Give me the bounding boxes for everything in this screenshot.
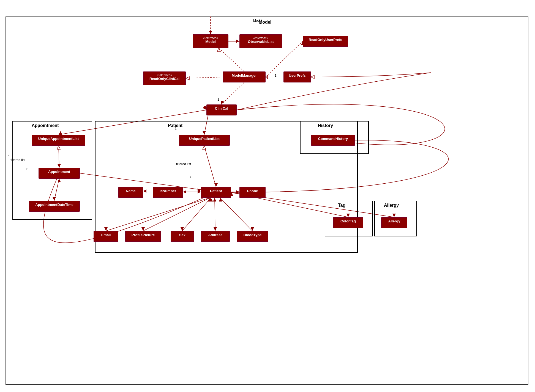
blood-type-label: BloodType — [243, 233, 261, 237]
email-label: Email — [101, 233, 111, 237]
model-manager-box: ModelManager — [223, 71, 266, 82]
appointment-datetime-box: AppointmentDateTime — [29, 201, 80, 212]
ic-number-box: IcNumber — [153, 187, 183, 198]
interface-readonly-clinical-stereotype: «Interface» — [146, 73, 182, 77]
command-history-label: CommandHistory — [318, 137, 348, 141]
sex-label: Sex — [179, 233, 185, 237]
address-box: Address — [201, 231, 230, 242]
unique-patient-list-box: UniquePatientList — [179, 135, 230, 146]
email-box: Email — [94, 231, 118, 242]
unique-appointment-list-label: UniqueAppointmentList — [38, 137, 79, 141]
phone-label: Phone — [247, 189, 258, 193]
appointment-datetime-label: AppointmentDateTime — [35, 203, 73, 207]
appointment-box: Appointment — [39, 168, 80, 179]
label-1-userprefs: 1 — [275, 74, 277, 78]
color-tag-label: ColorTag — [340, 219, 356, 223]
read-only-user-prefs-label: ReadOnlyUserPrefs — [309, 38, 342, 42]
name-box: Name — [118, 187, 143, 198]
interface-readonly-clinical-box: «Interface» ReadOnlyCliniCal — [143, 71, 186, 85]
profile-picture-label: ProfilePicture — [132, 233, 155, 237]
clinicals-label: CliniCal — [215, 106, 228, 111]
label-star-apt: * — [8, 154, 10, 158]
patient-section-label: Patient — [168, 123, 182, 128]
clinicals-box: CliniCal — [206, 104, 237, 115]
allergy-section-label: Allergy — [384, 203, 399, 208]
interface-readonly-clinical-label: ReadOnlyCliniCal — [149, 77, 179, 81]
appointment-section-label: Appointment — [32, 123, 59, 128]
user-prefs-label: UserPrefs — [289, 73, 305, 78]
unique-patient-list-label: UniquePatientList — [189, 137, 220, 141]
tag-section-label: Tag — [338, 203, 345, 208]
diagram-container: Model — [0, 0, 535, 392]
name-label: Name — [126, 189, 135, 193]
model-title: Model — [253, 19, 262, 23]
user-prefs-box: UserPrefs — [283, 71, 311, 82]
interface-model-box: «Interface» Model — [193, 34, 228, 48]
interface-model-label: Model — [205, 40, 216, 44]
interface-model-stereotype: «Interface» — [196, 36, 225, 40]
profile-picture-box: ProfilePicture — [125, 231, 161, 242]
unique-appointment-list-box: UniqueAppointmentList — [32, 135, 85, 146]
observable-list-stereotype: «Interface» — [243, 36, 279, 40]
observable-list-box: «Interface» ObservableList — [239, 34, 282, 48]
phone-box: Phone — [239, 187, 266, 198]
allergy-box: Allergy — [381, 217, 407, 228]
observable-list-label: ObservableList — [248, 40, 274, 44]
allergy-label: Allergy — [388, 219, 400, 223]
model-manager-label: ModelManager — [232, 73, 257, 78]
history-section-label: History — [318, 123, 333, 128]
blood-type-box: BloodType — [237, 231, 268, 242]
color-tag-box: ColorTag — [333, 217, 363, 228]
read-only-user-prefs-box: ReadOnlyUserPrefs — [303, 36, 348, 47]
label-1-clinicals: 1 — [217, 98, 219, 101]
ic-number-label: IcNumber — [160, 189, 176, 193]
appointment-label: Appointment — [48, 170, 70, 174]
command-history-box: CommandHistory — [311, 135, 355, 146]
address-label: Address — [208, 233, 222, 237]
sex-box: Sex — [171, 231, 194, 242]
patient-box: Patient — [201, 187, 231, 198]
patient-label: Patient — [210, 189, 222, 193]
